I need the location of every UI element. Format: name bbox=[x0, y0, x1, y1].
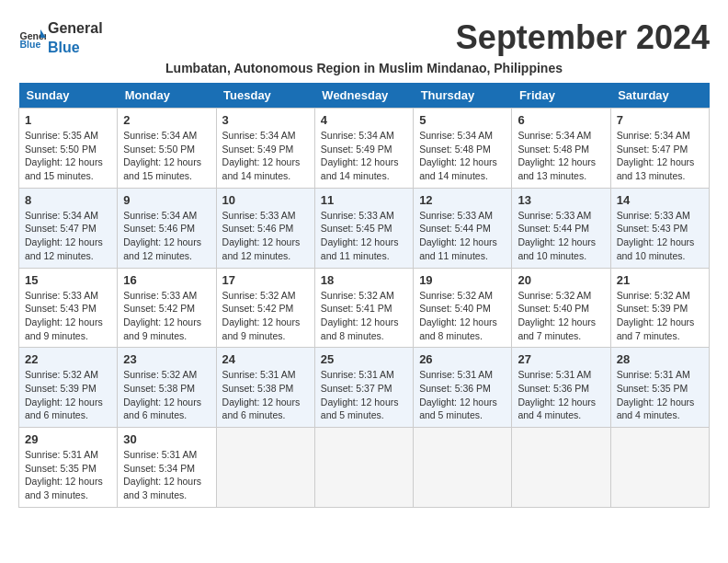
day-number: 8 bbox=[25, 193, 111, 207]
header-wednesday: Wednesday bbox=[314, 83, 413, 109]
day-number: 17 bbox=[222, 273, 309, 287]
day-number: 7 bbox=[617, 113, 703, 127]
day-number: 19 bbox=[419, 273, 506, 287]
day-cell: 29Sunrise: 5:31 AMSunset: 5:35 PMDayligh… bbox=[19, 428, 118, 508]
day-number: 13 bbox=[518, 193, 604, 207]
day-cell: 27Sunrise: 5:31 AMSunset: 5:36 PMDayligh… bbox=[512, 348, 610, 428]
day-cell: 20Sunrise: 5:32 AMSunset: 5:40 PMDayligh… bbox=[512, 268, 610, 348]
header-thursday: Thursday bbox=[414, 83, 512, 109]
day-info: Sunrise: 5:31 AMSunset: 5:35 PMDaylight:… bbox=[25, 448, 111, 502]
day-number: 6 bbox=[518, 113, 604, 127]
calendar-header-row: SundayMondayTuesdayWednesdayThursdayFrid… bbox=[19, 83, 710, 109]
day-cell: 8Sunrise: 5:34 AMSunset: 5:47 PMDaylight… bbox=[19, 188, 118, 268]
day-cell: 14Sunrise: 5:33 AMSunset: 5:43 PMDayligh… bbox=[610, 188, 709, 268]
day-cell: 21Sunrise: 5:32 AMSunset: 5:39 PMDayligh… bbox=[610, 268, 709, 348]
day-cell: 22Sunrise: 5:32 AMSunset: 5:39 PMDayligh… bbox=[19, 348, 118, 428]
month-year-title: September 2024 bbox=[456, 18, 710, 57]
day-info: Sunrise: 5:31 AMSunset: 5:37 PMDaylight:… bbox=[321, 368, 407, 422]
day-number: 24 bbox=[222, 352, 309, 366]
day-cell: 24Sunrise: 5:31 AMSunset: 5:38 PMDayligh… bbox=[216, 348, 314, 428]
day-number: 30 bbox=[123, 432, 210, 446]
day-cell: 11Sunrise: 5:33 AMSunset: 5:45 PMDayligh… bbox=[314, 188, 413, 268]
empty-cell bbox=[314, 428, 413, 508]
empty-cell bbox=[216, 428, 314, 508]
day-cell: 23Sunrise: 5:32 AMSunset: 5:38 PMDayligh… bbox=[118, 348, 216, 428]
day-cell: 30Sunrise: 5:31 AMSunset: 5:34 PMDayligh… bbox=[118, 428, 216, 508]
day-number: 14 bbox=[617, 193, 703, 207]
day-number: 10 bbox=[222, 193, 309, 207]
day-info: Sunrise: 5:32 AMSunset: 5:39 PMDaylight:… bbox=[617, 289, 703, 343]
day-cell: 5Sunrise: 5:34 AMSunset: 5:48 PMDaylight… bbox=[414, 109, 512, 189]
day-cell: 26Sunrise: 5:31 AMSunset: 5:36 PMDayligh… bbox=[414, 348, 512, 428]
calendar-week-row: 15Sunrise: 5:33 AMSunset: 5:43 PMDayligh… bbox=[19, 268, 710, 348]
empty-cell bbox=[414, 428, 512, 508]
day-number: 1 bbox=[25, 113, 111, 127]
day-info: Sunrise: 5:32 AMSunset: 5:39 PMDaylight:… bbox=[25, 368, 111, 422]
day-cell: 18Sunrise: 5:32 AMSunset: 5:41 PMDayligh… bbox=[314, 268, 413, 348]
day-info: Sunrise: 5:33 AMSunset: 5:42 PMDaylight:… bbox=[123, 289, 210, 343]
day-number: 28 bbox=[617, 352, 703, 366]
day-info: Sunrise: 5:31 AMSunset: 5:36 PMDaylight:… bbox=[518, 368, 604, 422]
day-number: 11 bbox=[321, 193, 407, 207]
day-cell: 12Sunrise: 5:33 AMSunset: 5:44 PMDayligh… bbox=[414, 188, 512, 268]
day-cell: 7Sunrise: 5:34 AMSunset: 5:47 PMDaylight… bbox=[610, 109, 709, 189]
day-number: 15 bbox=[25, 273, 111, 287]
day-cell: 6Sunrise: 5:34 AMSunset: 5:48 PMDaylight… bbox=[512, 109, 610, 189]
day-cell: 1Sunrise: 5:35 AMSunset: 5:50 PMDaylight… bbox=[19, 109, 118, 189]
header-monday: Monday bbox=[118, 83, 216, 109]
day-number: 22 bbox=[25, 352, 111, 366]
day-number: 27 bbox=[518, 352, 604, 366]
day-info: Sunrise: 5:32 AMSunset: 5:40 PMDaylight:… bbox=[419, 289, 506, 343]
day-cell: 10Sunrise: 5:33 AMSunset: 5:46 PMDayligh… bbox=[216, 188, 314, 268]
day-cell: 25Sunrise: 5:31 AMSunset: 5:37 PMDayligh… bbox=[314, 348, 413, 428]
day-info: Sunrise: 5:34 AMSunset: 5:49 PMDaylight:… bbox=[222, 129, 309, 183]
calendar-table: SundayMondayTuesdayWednesdayThursdayFrid… bbox=[18, 83, 710, 508]
calendar-week-row: 29Sunrise: 5:31 AMSunset: 5:35 PMDayligh… bbox=[19, 428, 710, 508]
day-info: Sunrise: 5:33 AMSunset: 5:44 PMDaylight:… bbox=[419, 209, 506, 263]
empty-cell bbox=[610, 428, 709, 508]
day-cell: 16Sunrise: 5:33 AMSunset: 5:42 PMDayligh… bbox=[118, 268, 216, 348]
day-cell: 19Sunrise: 5:32 AMSunset: 5:40 PMDayligh… bbox=[414, 268, 512, 348]
logo: General Blue General Blue bbox=[18, 18, 103, 57]
day-info: Sunrise: 5:32 AMSunset: 5:40 PMDaylight:… bbox=[518, 289, 604, 343]
header-friday: Friday bbox=[512, 83, 610, 109]
day-info: Sunrise: 5:34 AMSunset: 5:49 PMDaylight:… bbox=[321, 129, 407, 183]
day-number: 16 bbox=[123, 273, 210, 287]
day-info: Sunrise: 5:34 AMSunset: 5:47 PMDaylight:… bbox=[25, 209, 111, 263]
day-info: Sunrise: 5:34 AMSunset: 5:47 PMDaylight:… bbox=[617, 129, 703, 183]
day-number: 25 bbox=[321, 352, 407, 366]
day-number: 29 bbox=[25, 432, 111, 446]
page-header: General Blue General Blue September 2024 bbox=[18, 18, 710, 57]
day-cell: 17Sunrise: 5:32 AMSunset: 5:42 PMDayligh… bbox=[216, 268, 314, 348]
day-number: 18 bbox=[321, 273, 407, 287]
header-sunday: Sunday bbox=[19, 83, 118, 109]
day-info: Sunrise: 5:33 AMSunset: 5:43 PMDaylight:… bbox=[25, 289, 111, 343]
day-cell: 28Sunrise: 5:31 AMSunset: 5:35 PMDayligh… bbox=[610, 348, 709, 428]
day-number: 2 bbox=[123, 113, 210, 127]
day-info: Sunrise: 5:33 AMSunset: 5:46 PMDaylight:… bbox=[222, 209, 309, 263]
day-info: Sunrise: 5:33 AMSunset: 5:45 PMDaylight:… bbox=[321, 209, 407, 263]
day-cell: 9Sunrise: 5:34 AMSunset: 5:46 PMDaylight… bbox=[118, 188, 216, 268]
day-info: Sunrise: 5:31 AMSunset: 5:34 PMDaylight:… bbox=[123, 448, 210, 502]
day-cell: 15Sunrise: 5:33 AMSunset: 5:43 PMDayligh… bbox=[19, 268, 118, 348]
day-number: 9 bbox=[123, 193, 210, 207]
day-info: Sunrise: 5:35 AMSunset: 5:50 PMDaylight:… bbox=[25, 129, 111, 183]
day-info: Sunrise: 5:34 AMSunset: 5:46 PMDaylight:… bbox=[123, 209, 210, 263]
calendar-week-row: 1Sunrise: 5:35 AMSunset: 5:50 PMDaylight… bbox=[19, 109, 710, 189]
day-info: Sunrise: 5:32 AMSunset: 5:41 PMDaylight:… bbox=[321, 289, 407, 343]
day-number: 4 bbox=[321, 113, 407, 127]
day-info: Sunrise: 5:32 AMSunset: 5:42 PMDaylight:… bbox=[222, 289, 309, 343]
day-number: 5 bbox=[419, 113, 506, 127]
logo-general: General bbox=[48, 20, 103, 36]
day-cell: 4Sunrise: 5:34 AMSunset: 5:49 PMDaylight… bbox=[314, 109, 413, 189]
calendar-week-row: 8Sunrise: 5:34 AMSunset: 5:47 PMDaylight… bbox=[19, 188, 710, 268]
day-info: Sunrise: 5:33 AMSunset: 5:44 PMDaylight:… bbox=[518, 209, 604, 263]
header-saturday: Saturday bbox=[610, 83, 709, 109]
day-number: 26 bbox=[419, 352, 506, 366]
day-info: Sunrise: 5:31 AMSunset: 5:36 PMDaylight:… bbox=[419, 368, 506, 422]
day-number: 3 bbox=[222, 113, 309, 127]
day-cell: 3Sunrise: 5:34 AMSunset: 5:49 PMDaylight… bbox=[216, 109, 314, 189]
day-cell: 2Sunrise: 5:34 AMSunset: 5:50 PMDaylight… bbox=[118, 109, 216, 189]
day-number: 21 bbox=[617, 273, 703, 287]
empty-cell bbox=[512, 428, 610, 508]
